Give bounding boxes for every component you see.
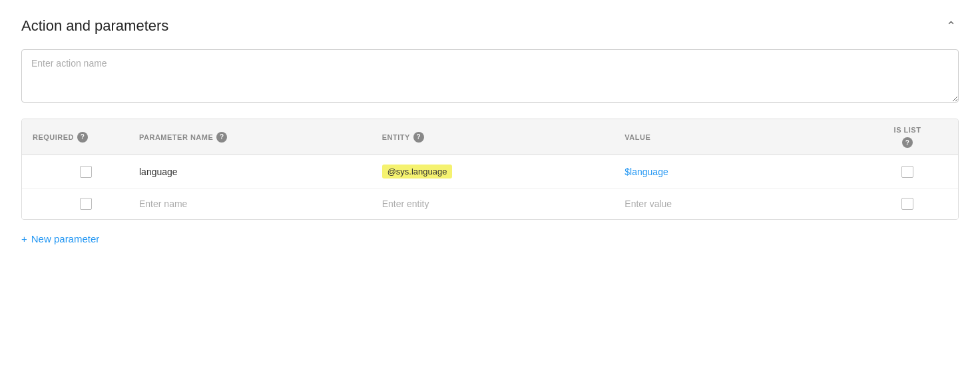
param-name-placeholder-2: Enter name: [139, 198, 187, 209]
is-list-cell-2: [867, 198, 947, 210]
is-list-checkbox-1[interactable]: [901, 166, 913, 178]
new-parameter-label: New parameter: [31, 233, 100, 244]
required-cell-1: [33, 166, 139, 178]
param-name-help-icon[interactable]: ?: [216, 132, 227, 143]
param-name-cell-2: Enter name: [139, 198, 382, 209]
entity-placeholder-2: Enter entity: [382, 198, 429, 209]
new-parameter-prefix: +: [21, 233, 27, 244]
param-name-cell-1: language: [139, 167, 382, 177]
header-required: REQUIRED ?: [33, 126, 139, 148]
section-title: Action and parameters: [21, 17, 168, 35]
table-header: REQUIRED ? PARAMETER NAME ? ENTITY ? VAL…: [22, 119, 958, 155]
entity-cell-2: Enter entity: [382, 198, 625, 209]
entity-badge-1: @sys.language: [382, 165, 453, 179]
is-list-checkbox-2[interactable]: [901, 198, 913, 210]
entity-help-icon[interactable]: ?: [413, 132, 424, 143]
table-row: language @sys.language $language: [22, 155, 958, 188]
value-cell-1: $language: [624, 167, 867, 177]
is-list-help-icon[interactable]: ?: [902, 137, 913, 148]
table-row: Enter name Enter entity Enter value: [22, 188, 958, 219]
params-table: REQUIRED ? PARAMETER NAME ? ENTITY ? VAL…: [21, 119, 959, 220]
action-name-input[interactable]: [21, 49, 959, 103]
value-placeholder-2: Enter value: [624, 198, 672, 209]
header-entity: ENTITY ?: [382, 126, 625, 148]
param-name-value-1: language: [139, 167, 178, 177]
entity-cell-1: @sys.language: [382, 165, 625, 179]
value-cell-2: Enter value: [624, 198, 867, 209]
value-link-1[interactable]: $language: [624, 167, 668, 177]
header-param-name: PARAMETER NAME ?: [139, 126, 382, 148]
required-checkbox-2[interactable]: [80, 198, 92, 210]
new-parameter-button[interactable]: + New parameter: [21, 230, 99, 247]
required-cell-2: [33, 198, 139, 210]
is-list-cell-1: [867, 166, 947, 178]
header-is-list: IS LIST ?: [867, 126, 947, 148]
required-checkbox-1[interactable]: [80, 166, 92, 178]
section-header: Action and parameters ⌃: [21, 16, 959, 36]
required-help-icon[interactable]: ?: [77, 132, 88, 143]
header-value: VALUE: [624, 126, 867, 148]
collapse-icon[interactable]: ⌃: [943, 16, 959, 36]
